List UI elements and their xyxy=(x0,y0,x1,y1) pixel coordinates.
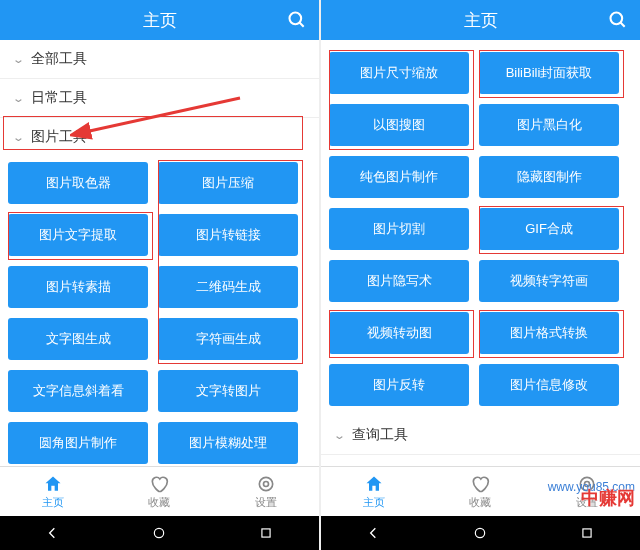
phone-left: 主页 ⌄全部工具 ⌄日常工具 ⌄图片工具 图片取色器 图片压缩 图片文字提取 图… xyxy=(0,0,319,550)
svg-point-11 xyxy=(476,528,485,537)
section-daily-tools[interactable]: ⌄日常工具 xyxy=(0,79,319,118)
tool-button[interactable]: 图片取色器 xyxy=(8,162,148,204)
nav-label: 收藏 xyxy=(148,495,170,510)
section-image-tools[interactable]: ⌄图片工具 xyxy=(0,118,319,156)
bottom-nav: 主页 收藏 设置 xyxy=(0,466,319,516)
home-icon xyxy=(43,474,63,494)
tool-button[interactable]: GIF合成 xyxy=(479,208,619,250)
system-nav xyxy=(0,516,319,550)
sys-back[interactable] xyxy=(354,523,394,543)
svg-point-0 xyxy=(290,13,302,25)
search-icon[interactable] xyxy=(606,8,630,32)
tool-button[interactable]: 文字图生成 xyxy=(8,318,148,360)
appbar: 主页 xyxy=(321,0,640,40)
svg-rect-12 xyxy=(583,529,591,537)
tool-button[interactable]: 图片压缩 xyxy=(158,162,298,204)
nav-label: 收藏 xyxy=(469,495,491,510)
watermark-text: 中赚网 xyxy=(581,486,635,510)
content-left: ⌄全部工具 ⌄日常工具 ⌄图片工具 图片取色器 图片压缩 图片文字提取 图片转链… xyxy=(0,40,319,466)
section-label: 图片工具 xyxy=(31,128,87,146)
svg-line-1 xyxy=(300,23,304,27)
tool-button[interactable]: 图片转素描 xyxy=(8,266,148,308)
tool-button[interactable]: 纯色图片制作 xyxy=(329,156,469,198)
sys-home[interactable] xyxy=(139,523,179,543)
tool-button[interactable]: 图片黑白化 xyxy=(479,104,619,146)
nav-home[interactable]: 主页 xyxy=(0,467,106,516)
chevron-down-icon: ⌄ xyxy=(12,131,25,144)
section-query-tools[interactable]: ⌄查询工具 xyxy=(321,416,640,455)
sys-recent[interactable] xyxy=(567,523,607,543)
nav-label: 主页 xyxy=(363,495,385,510)
tool-button[interactable]: 图片转链接 xyxy=(158,214,298,256)
tool-button[interactable]: 文字信息斜着看 xyxy=(8,370,148,412)
tool-button[interactable]: 文字转图片 xyxy=(158,370,298,412)
svg-line-8 xyxy=(621,23,625,27)
tool-button[interactable]: 圆角图片制作 xyxy=(8,422,148,464)
tool-button[interactable]: BiliBili封面获取 xyxy=(479,52,619,94)
sys-home[interactable] xyxy=(460,523,500,543)
tool-button[interactable]: 以图搜图 xyxy=(329,104,469,146)
gear-icon xyxy=(256,474,276,494)
chevron-down-icon: ⌄ xyxy=(12,53,25,66)
nav-label: 主页 xyxy=(42,495,64,510)
section-label: 设备工具 xyxy=(352,465,408,466)
svg-point-7 xyxy=(611,13,623,25)
sys-recent[interactable] xyxy=(246,523,286,543)
home-icon xyxy=(364,474,384,494)
nav-favorites[interactable]: 收藏 xyxy=(427,467,533,516)
tool-button[interactable]: 二维码生成 xyxy=(158,266,298,308)
tool-button[interactable]: 图片格式转换 xyxy=(479,312,619,354)
nav-home[interactable]: 主页 xyxy=(321,467,427,516)
tool-button[interactable]: 图片切割 xyxy=(329,208,469,250)
heart-icon xyxy=(470,474,490,494)
nav-label: 设置 xyxy=(255,495,277,510)
svg-point-5 xyxy=(155,528,164,537)
chevron-down-icon: ⌄ xyxy=(333,429,346,442)
search-icon[interactable] xyxy=(285,8,309,32)
section-label: 全部工具 xyxy=(31,50,87,68)
tool-button[interactable]: 字符画生成 xyxy=(158,318,298,360)
tools-grid: 图片取色器 图片压缩 图片文字提取 图片转链接 图片转素描 二维码生成 文字图生… xyxy=(0,156,319,466)
nav-settings[interactable]: 设置 xyxy=(213,467,319,516)
tool-button[interactable]: 图片信息修改 xyxy=(479,364,619,406)
appbar: 主页 xyxy=(0,0,319,40)
tool-button[interactable]: 图片反转 xyxy=(329,364,469,406)
tool-button[interactable]: 图片隐写术 xyxy=(329,260,469,302)
section-label: 日常工具 xyxy=(31,89,87,107)
tool-button[interactable]: 图片尺寸缩放 xyxy=(329,52,469,94)
section-all-tools[interactable]: ⌄全部工具 xyxy=(0,40,319,79)
nav-favorites[interactable]: 收藏 xyxy=(106,467,212,516)
svg-point-3 xyxy=(259,477,272,490)
sys-back[interactable] xyxy=(33,523,73,543)
tool-button[interactable]: 视频转字符画 xyxy=(479,260,619,302)
section-device-tools[interactable]: ⌄设备工具 xyxy=(321,455,640,466)
svg-rect-6 xyxy=(262,529,270,537)
section-label: 查询工具 xyxy=(352,426,408,444)
chevron-down-icon: ⌄ xyxy=(12,92,25,105)
system-nav xyxy=(321,516,640,550)
tool-button[interactable]: 图片模糊处理 xyxy=(158,422,298,464)
phone-right: 主页 图片尺寸缩放 BiliBili封面获取 以图搜图 图片黑白化 纯色图片制作… xyxy=(321,0,640,550)
tool-button[interactable]: 视频转动图 xyxy=(329,312,469,354)
appbar-title: 主页 xyxy=(143,9,177,32)
tool-button[interactable]: 隐藏图制作 xyxy=(479,156,619,198)
svg-point-4 xyxy=(263,481,268,486)
content-right: 图片尺寸缩放 BiliBili封面获取 以图搜图 图片黑白化 纯色图片制作 隐藏… xyxy=(321,40,640,466)
appbar-title: 主页 xyxy=(464,9,498,32)
tool-button[interactable]: 图片文字提取 xyxy=(8,214,148,256)
heart-icon xyxy=(149,474,169,494)
tools-grid: 图片尺寸缩放 BiliBili封面获取 以图搜图 图片黑白化 纯色图片制作 隐藏… xyxy=(321,40,640,412)
